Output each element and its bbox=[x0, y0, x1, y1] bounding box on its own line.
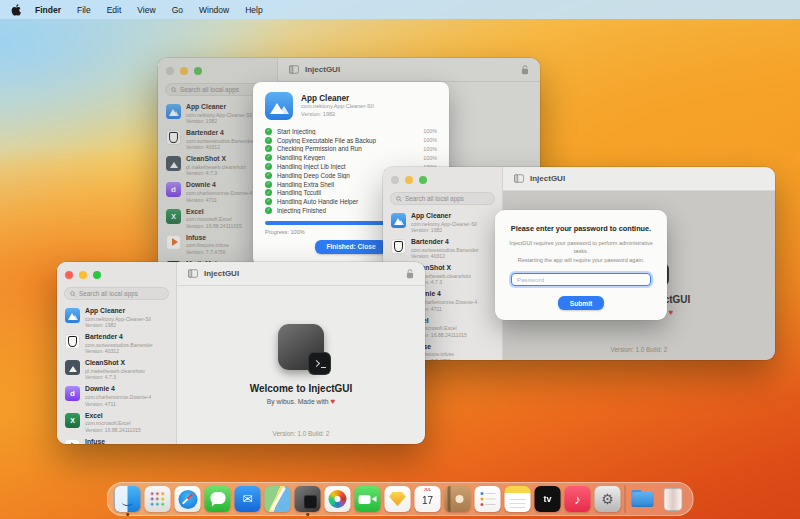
dock-icon-maps[interactable] bbox=[265, 486, 291, 512]
window-welcome: Search all local apps App Cleaner com.ne… bbox=[57, 262, 425, 444]
sidebar-item-app-cleaner[interactable]: App Cleaner com.nektony.App-Cleaner-SII … bbox=[64, 305, 169, 331]
inject-step-row: ✓ Copying Executable File as Backup 100% bbox=[265, 136, 437, 145]
dock-divider bbox=[625, 485, 626, 513]
app-name: App Cleaner bbox=[85, 307, 151, 315]
app-icon: X bbox=[65, 413, 80, 428]
sidebar-toggle-icon[interactable] bbox=[188, 269, 198, 278]
close-button[interactable] bbox=[65, 271, 73, 279]
zoom-button[interactable] bbox=[419, 176, 427, 184]
welcome-title: Welcome to InjectGUI bbox=[250, 383, 353, 394]
sidebar-item-downie-4[interactable]: d Downie 4 com.charliemonroe.Downie-4 Ve… bbox=[64, 383, 169, 409]
dock-icon-mail[interactable]: ✉ bbox=[235, 486, 261, 512]
zoom-button[interactable] bbox=[93, 271, 101, 279]
dock-icon-art: tv bbox=[535, 486, 561, 512]
finished-close-button[interactable]: Finished: Close bbox=[315, 240, 386, 254]
dock-icon-music[interactable]: ♪ bbox=[565, 486, 591, 512]
inject-step-row: ✓ Checking Permission and Run 100% bbox=[265, 145, 437, 154]
check-circle-icon: ✓ bbox=[265, 172, 272, 179]
app-name: Bartender 4 bbox=[411, 238, 479, 246]
inject-step-row: ✓ Handling Keygen 100% bbox=[265, 153, 437, 162]
dock-icon-art bbox=[325, 486, 351, 512]
step-percent: 100% bbox=[423, 128, 437, 134]
app-bundle-id: pl.maketheweb.cleanshotx bbox=[85, 368, 145, 375]
sidebar-item-app-cleaner[interactable]: App Cleaner com.nektony.App-Cleaner-SII … bbox=[390, 210, 495, 236]
search-input[interactable]: Search all local apps bbox=[64, 287, 169, 300]
inject-step-row: ✓ Start Injecting 100% bbox=[265, 127, 437, 136]
sidebar-item-infuse[interactable]: Infuse com.firecore.infuse Version: 7.7.… bbox=[64, 435, 169, 444]
step-label: Copying Executable File as Backup bbox=[277, 137, 418, 144]
dock-icon-notes[interactable] bbox=[505, 486, 531, 512]
dock-icon-calendar[interactable]: JUL 17 bbox=[415, 486, 441, 512]
close-button[interactable] bbox=[391, 176, 399, 184]
step-percent: 100% bbox=[423, 146, 437, 152]
app-version: Version: 40312 bbox=[411, 253, 479, 260]
app-version: Version: 1982 bbox=[85, 322, 151, 329]
search-input[interactable]: Search all local apps bbox=[390, 192, 495, 205]
dialog-bundle-id: com.nektony.App-Cleaner-SII bbox=[301, 103, 374, 111]
apple-menu-icon[interactable] bbox=[10, 3, 21, 16]
window-title: InjectGUI bbox=[530, 174, 565, 183]
version-label: Version: 1.0 Build: 2 bbox=[177, 430, 425, 437]
minimize-button[interactable] bbox=[79, 271, 87, 279]
app-name: App Cleaner bbox=[411, 212, 477, 220]
dock-icon-facetime[interactable] bbox=[355, 486, 381, 512]
sidebar-toggle-icon[interactable] bbox=[514, 174, 524, 183]
dock-icon-art bbox=[355, 486, 381, 512]
dock-icon-safari[interactable] bbox=[175, 486, 201, 512]
dock-icon-photos[interactable] bbox=[325, 486, 351, 512]
dock: ✉ bbox=[107, 482, 694, 516]
check-circle-icon: ✓ bbox=[265, 181, 272, 188]
dock-icon-art bbox=[445, 486, 471, 512]
check-circle-icon: ✓ bbox=[265, 154, 272, 161]
menu-item[interactable]: Help bbox=[237, 5, 270, 15]
traffic-lights[interactable] bbox=[64, 269, 169, 279]
traffic-lights[interactable] bbox=[390, 174, 495, 184]
dialog-header: App Cleaner com.nektony.App-Cleaner-SII … bbox=[265, 92, 437, 120]
menu-item[interactable]: File bbox=[69, 5, 99, 15]
dock-icon-sketch[interactable] bbox=[385, 486, 411, 512]
lock-icon[interactable] bbox=[406, 269, 414, 279]
dock-icon-trash[interactable] bbox=[660, 486, 686, 512]
dock-icon-system-settings[interactable]: ⚙ bbox=[595, 486, 621, 512]
dock-icon-injectgui[interactable] bbox=[295, 486, 321, 512]
menu-item[interactable]: Go bbox=[164, 5, 191, 15]
menu-item[interactable]: Window bbox=[191, 5, 237, 15]
minimize-button[interactable] bbox=[405, 176, 413, 184]
app-list: App Cleaner com.nektony.App-Cleaner-SII … bbox=[64, 305, 169, 444]
sidebar-item-excel[interactable]: X Excel com.microsoft.Excel Version: 16.… bbox=[64, 409, 169, 435]
sidebar-item-bartender-4[interactable]: Bartender 4 com.surteesstudios.Bartender… bbox=[390, 236, 495, 262]
heart-icon: ♥ bbox=[331, 397, 336, 406]
step-label: Checking Permission and Run bbox=[277, 145, 418, 152]
dock-icon-finder[interactable] bbox=[115, 486, 141, 512]
dock-icon-art bbox=[175, 486, 201, 512]
app-bundle-id: com.nektony.App-Cleaner-SII bbox=[411, 221, 477, 228]
menu-item[interactable]: Finder bbox=[27, 5, 69, 15]
app-bundle-id: com.surteesstudios.Bartender bbox=[85, 342, 153, 349]
app-name: Bartender 4 bbox=[85, 333, 153, 341]
sidebar-item-bartender-4[interactable]: Bartender 4 com.surteesstudios.Bartender… bbox=[64, 331, 169, 357]
desktop: FinderFileEditViewGoWindowHelp Search al… bbox=[0, 0, 800, 519]
menu-bar: FinderFileEditViewGoWindowHelp bbox=[0, 0, 800, 19]
dock-icon-reminders[interactable] bbox=[475, 486, 501, 512]
dock-icon-art bbox=[630, 486, 656, 512]
dock-icon-messages[interactable] bbox=[205, 486, 231, 512]
dialog-app-version: Version: 1982 bbox=[301, 111, 374, 119]
dock-icon-launchpad[interactable] bbox=[145, 486, 171, 512]
app-icon bbox=[65, 439, 80, 444]
app-name: Downie 4 bbox=[85, 385, 151, 393]
dock-icon-art: ⚙ bbox=[595, 486, 621, 512]
app-bundle-id: com.microsoft.Excel bbox=[85, 420, 141, 427]
password-input[interactable] bbox=[511, 273, 651, 286]
submit-button[interactable]: Submit bbox=[558, 296, 604, 310]
sidebar-item-cleanshot-x[interactable]: CleanShot X pl.maketheweb.cleanshotx Ver… bbox=[64, 357, 169, 383]
dock-icon-tv[interactable]: tv bbox=[535, 486, 561, 512]
check-circle-icon: ✓ bbox=[265, 163, 272, 170]
check-circle-icon: ✓ bbox=[265, 128, 272, 135]
app-name: CleanShot X bbox=[85, 359, 145, 367]
dock-icon-contacts[interactable] bbox=[445, 486, 471, 512]
menu-item[interactable]: View bbox=[129, 5, 163, 15]
menu-item[interactable]: Edit bbox=[99, 5, 130, 15]
dock-icon-art bbox=[205, 486, 231, 512]
search-icon bbox=[70, 291, 76, 297]
dock-icon-downloads[interactable] bbox=[630, 486, 656, 512]
